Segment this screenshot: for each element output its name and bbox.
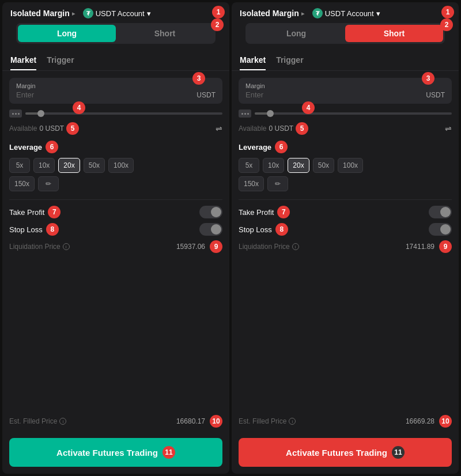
long-tab[interactable]: Long (18, 25, 116, 42)
leverage-badge: 6 (46, 141, 58, 153)
transfer-icon[interactable]: ⇌ (445, 124, 452, 133)
stop-loss-badge: 8 (46, 223, 59, 236)
est-filled-value: 16680.17 (176, 417, 205, 425)
take-profit-badge: 7 (277, 206, 290, 218)
margin-field-box: Margin Enter USDT 3 (9, 78, 222, 104)
tether-icon: ₮ (312, 8, 323, 18)
slider-settings-icon[interactable] (9, 109, 22, 118)
available-row: Available 0 USDT 5 ⇌ (239, 122, 452, 135)
margin-slider[interactable] (25, 112, 222, 115)
leverage-btn-150x[interactable]: 150x (9, 176, 35, 191)
leverage-btn-100x[interactable]: 100x (338, 158, 363, 173)
take-profit-toggle[interactable] (429, 206, 452, 218)
liquidation-info-icon: i (63, 243, 70, 250)
short-tab[interactable]: Short (345, 25, 443, 42)
account-arrow-icon: ▾ (147, 9, 151, 18)
stop-loss-label: Stop Loss (239, 225, 272, 234)
available-value: 0 USDT (269, 124, 293, 133)
usdt-account[interactable]: ₮ USDT Account ▾ (83, 8, 151, 18)
activate-badge: 11 (392, 446, 405, 459)
margin-currency: USDT (426, 91, 445, 99)
leverage-btn-50x[interactable]: 50x (313, 158, 334, 173)
account-arrow-icon: ▾ (376, 9, 380, 18)
leverage-edit-btn[interactable]: ✏ (267, 176, 288, 191)
market-trigger-tabs: Market Trigger (232, 55, 459, 71)
margin-input[interactable]: Enter (245, 90, 426, 99)
isolated-margin-label: Isolated Margin (240, 9, 299, 18)
est-filled-badge: 10 (439, 415, 452, 428)
transfer-icon[interactable]: ⇌ (216, 124, 222, 133)
est-filled-label: Est. Filled Price (239, 417, 286, 425)
trigger-tab[interactable]: Trigger (47, 55, 74, 70)
stop-loss-badge: 8 (275, 223, 288, 236)
header-title[interactable]: Isolated Margin ▸ (240, 9, 304, 18)
available-badge: 5 (66, 122, 79, 135)
leverage-buttons: 5x10x20x50x100x (239, 158, 452, 173)
liquidation-value: 15937.06 (176, 243, 205, 251)
slider-settings-icon[interactable] (239, 109, 251, 118)
liquidation-info-icon: i (292, 243, 299, 250)
ls-badge: 2 (211, 18, 224, 31)
liquidation-label: Liquidation Price (239, 243, 290, 251)
stop-loss-toggle[interactable] (429, 223, 452, 236)
take-profit-label: Take Profit (239, 208, 274, 217)
usdt-account[interactable]: ₮ USDT Account ▾ (312, 8, 380, 18)
leverage-btn-20x[interactable]: 20x (58, 158, 80, 173)
slider-badge: 4 (73, 101, 85, 114)
liquidation-badge: 9 (210, 240, 222, 253)
activate-button[interactable]: Activate Futures Trading 11 (239, 438, 452, 467)
est-filled-value: 16669.28 (406, 417, 434, 425)
margin-currency: USDT (197, 91, 216, 99)
available-row: Available 0 USDT 5 ⇌ (9, 122, 222, 135)
margin-input[interactable]: Enter (16, 90, 197, 99)
activate-button[interactable]: Activate Futures Trading 11 (9, 438, 222, 467)
stop-loss-row: Stop Loss 8 (239, 223, 452, 236)
activate-badge: 11 (163, 446, 175, 459)
short-tab[interactable]: Short (116, 25, 214, 42)
leverage-btn-50x[interactable]: 50x (84, 158, 105, 173)
est-filled-badge: 10 (210, 415, 222, 428)
activate-btn-label: Activate Futures Trading (286, 448, 387, 458)
est-filled-section: Est. Filled Price i 16680.17 10 (2, 413, 229, 438)
trigger-tab[interactable]: Trigger (276, 55, 303, 70)
leverage-badge: 6 (275, 141, 288, 153)
slider-badge: 4 (302, 101, 315, 114)
margin-field-box: Margin Enter USDT 3 (239, 78, 452, 104)
stop-loss-toggle[interactable] (199, 223, 222, 236)
isolated-margin-label: Isolated Margin (10, 9, 70, 18)
long-panel: Isolated Margin ▸ ₮ USDT Account ▾ 1 Lon… (2, 2, 229, 474)
margin-badge: 3 (192, 72, 205, 85)
leverage-btn-5x[interactable]: 5x (239, 158, 259, 173)
panel-content: Margin Enter USDT 3 4 (2, 78, 229, 413)
leverage-btn-100x[interactable]: 100x (108, 158, 134, 173)
leverage-btn-10x[interactable]: 10x (33, 158, 55, 173)
liquidation-row: Liquidation Price i 17411.89 9 (239, 240, 452, 253)
header-badge: 1 (212, 6, 225, 18)
leverage-btn-20x[interactable]: 20x (288, 158, 309, 173)
margin-slider[interactable] (255, 112, 452, 115)
leverage-edit-btn[interactable]: ✏ (38, 176, 59, 191)
take-profit-row: Take Profit 7 (9, 206, 222, 218)
take-profit-toggle[interactable] (199, 206, 222, 218)
leverage-btn-10x[interactable]: 10x (263, 158, 284, 173)
market-tab[interactable]: Market (240, 55, 266, 70)
panel-content: Margin Enter USDT 3 4 (232, 78, 459, 413)
margin-label: Margin (16, 82, 216, 89)
leverage-label-row: Leverage 6 (9, 141, 222, 153)
margin-label: Margin (245, 82, 445, 89)
main-container: Isolated Margin ▸ ₮ USDT Account ▾ 1 Lon… (0, 0, 461, 476)
panel-header: Isolated Margin ▸ ₮ USDT Account ▾ 1 (2, 2, 229, 23)
take-profit-badge: 7 (48, 206, 61, 218)
est-filled-row: Est. Filled Price i 16669.28 10 (239, 415, 452, 428)
market-trigger-tabs: Market Trigger (2, 55, 229, 71)
leverage-row2: 150x ✏ (239, 176, 452, 191)
activate-btn-label: Activate Futures Trading (56, 448, 158, 458)
tether-icon: ₮ (83, 8, 93, 18)
leverage-btn-150x[interactable]: 150x (239, 176, 264, 191)
long-tab[interactable]: Long (247, 25, 345, 42)
leverage-btn-5x[interactable]: 5x (9, 158, 30, 173)
liquidation-label: Liquidation Price (9, 243, 61, 251)
account-label: USDT Account (96, 9, 145, 18)
market-tab[interactable]: Market (10, 55, 36, 70)
header-title[interactable]: Isolated Margin ▸ (10, 9, 75, 18)
